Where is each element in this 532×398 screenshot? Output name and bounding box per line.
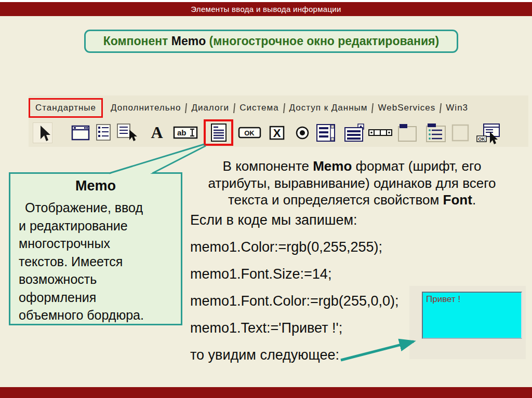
code-line-font-color: memo1.Font.Color:=rgb(255,0,0); <box>190 292 398 310</box>
code-line-color: memo1.Color:=rgb(0,255,255); <box>190 238 398 256</box>
callout-body: Отображение, ввод и редактирование много… <box>19 199 153 324</box>
description-text: . <box>472 192 476 208</box>
palette-tabs: Стандартные Дополнительно Диалоги Систем… <box>29 97 473 119</box>
button-icon[interactable]: OK <box>237 122 262 143</box>
code-block: Если в коде мы запишем: memo1.Color:=rgb… <box>190 211 398 373</box>
form-panel: Привет ! <box>409 286 526 359</box>
tab-dialogs[interactable]: Диалоги <box>187 103 234 113</box>
code-line-text: memo1.Text:='Привет !'; <box>190 319 398 337</box>
radio-button-icon[interactable] <box>294 122 311 143</box>
code-intro: Если в коде мы запишем: <box>190 211 398 229</box>
memo-widget[interactable]: Привет ! <box>422 292 522 339</box>
combo-box-icon[interactable] <box>343 122 366 143</box>
tab-data-access[interactable]: Доступ к Данным <box>285 103 373 113</box>
edit-icon[interactable]: ab <box>173 122 198 143</box>
callout-tail-line-right <box>152 146 206 173</box>
label-glyph: A <box>151 123 163 142</box>
memo-icon-highlight-rect <box>204 119 233 146</box>
callout-tail <box>109 145 206 173</box>
memo-widget-text: Привет ! <box>426 294 460 304</box>
heading-component-name: Memo <box>171 34 206 48</box>
code-line-font-size: memo1.Font.Size:=14; <box>190 265 398 283</box>
component-palette: Стандартные Дополнительно Диалоги Систем… <box>29 95 528 147</box>
description-bold-memo: Memo <box>313 158 352 174</box>
checkbox-icon[interactable]: X <box>268 122 286 143</box>
radio-group-icon[interactable] <box>425 122 447 143</box>
bottom-accent-bar <box>0 387 532 398</box>
button-glyph: OK <box>244 129 255 137</box>
heading-prefix: Компонент <box>103 34 171 48</box>
panel-icon[interactable] <box>450 122 470 143</box>
heading-suffix: (многострочное окно редактирования) <box>206 34 439 48</box>
callout-tail-line-left <box>109 144 204 173</box>
tab-additional[interactable]: Дополнительно <box>106 103 185 113</box>
code-outro: то увидим следующее: <box>190 346 398 364</box>
group-box-icon[interactable] <box>396 122 419 143</box>
memo-callout-box: Memo Отображение, ввод и редактирование … <box>9 172 182 325</box>
heading-box: Компонент Memo (многострочное окно редак… <box>84 30 458 53</box>
tab-standard[interactable]: Стандартные <box>34 103 98 113</box>
frames-icon[interactable] <box>70 122 91 143</box>
cursor-tool-icon[interactable] <box>33 122 52 143</box>
slide-header: Элементы ввода и вывода информации <box>0 2 532 16</box>
list-box-icon[interactable] <box>315 122 337 143</box>
edit-glyph: ab <box>177 128 187 137</box>
description-paragraph: В компоненте Memo формат (шрифт, его атр… <box>205 158 499 209</box>
action-ok-glyph: OK <box>478 136 485 142</box>
popup-menu-icon[interactable] <box>116 122 139 143</box>
tab-highlight-rect: Стандартные <box>29 98 103 118</box>
scroll-bar-icon[interactable] <box>368 122 393 143</box>
slide-title: Элементы ввода и вывода информации <box>191 5 341 13</box>
action-list-icon[interactable]: OK <box>475 122 501 143</box>
description-text: В компоненте <box>223 158 313 174</box>
main-menu-icon[interactable] <box>94 122 114 143</box>
tab-webservices[interactable]: WebServices <box>373 103 440 113</box>
slide: Элементы ввода и вывода информации Компо… <box>0 0 532 398</box>
checkbox-glyph: X <box>273 127 281 140</box>
callout-title: Memo <box>10 178 181 194</box>
tab-system[interactable]: Система <box>235 103 283 113</box>
label-icon[interactable]: A <box>148 122 166 143</box>
tab-win3[interactable]: Win3 <box>441 103 473 113</box>
description-bold-font: Font <box>443 192 472 208</box>
